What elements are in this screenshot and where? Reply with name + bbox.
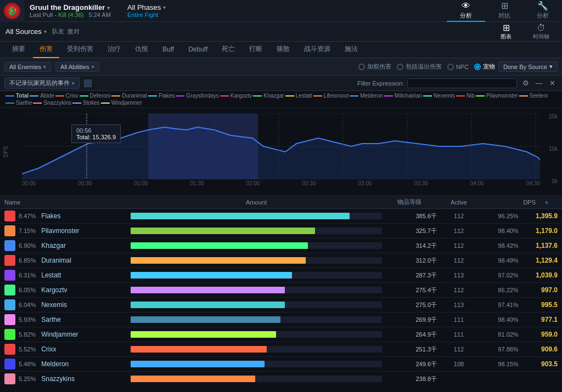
row-player-name[interactable]: Snazzykins: [41, 375, 75, 383]
row-name-cell: 5.93% Sarthe: [4, 314, 131, 325]
phase-selector[interactable]: All Phases ▾ Entire Fight: [116, 3, 177, 18]
abilities-dropdown[interactable]: All Abilities ▾: [55, 62, 99, 72]
enemies-dropdown[interactable]: All Enemies ▾: [4, 62, 51, 72]
col-active[interactable]: Active: [437, 199, 481, 206]
tab-damage-taken[interactable]: 受到伤害: [60, 42, 100, 58]
row-player-name[interactable]: Flakes: [41, 212, 60, 220]
row-player-name[interactable]: Melderon: [41, 360, 69, 368]
tab-dispel[interactable]: 驱散: [270, 42, 296, 58]
legend-item[interactable]: Lifeismoot: [313, 93, 349, 99]
tab-healing[interactable]: 治疗: [101, 42, 127, 58]
tab-resources[interactable]: 战斗资源: [297, 42, 337, 58]
table-row[interactable]: 7.15% Pilavmonster 325.7千 112 98.40% 1,1…: [0, 224, 562, 238]
legend-item[interactable]: Khazgar: [253, 93, 284, 99]
table-row[interactable]: 6.31% Lestatt 287.3千 113 97.02% 1,039.9: [0, 268, 562, 283]
table-row[interactable]: 5.93% Sarthe 269.9千 111 98.40% 977.1: [0, 313, 562, 327]
top-nav-right: 👁 分析 ⊞ 对比 🔧 分析: [447, 0, 562, 22]
filter-expr-input[interactable]: [407, 78, 517, 88]
done-source-button[interactable]: Done By Source ▾: [498, 61, 558, 72]
legend-item[interactable]: Total: [5, 93, 29, 99]
npc-option[interactable]: NPC: [447, 64, 469, 70]
table-row[interactable]: 6.90% Khazgar 314.2千 112 98.42% 1,137.6: [0, 238, 562, 253]
legend-item[interactable]: Flakes: [148, 93, 175, 99]
overflow-radio[interactable]: [397, 64, 403, 70]
chart-view-btn[interactable]: ⊞ 图表: [491, 22, 521, 42]
table-row[interactable]: 5.25% Snazzykins 238.8千: [0, 372, 562, 384]
legend-item[interactable]: Nib: [456, 93, 475, 99]
legend-item[interactable]: Windjammer: [101, 100, 142, 106]
col-dps[interactable]: DPS: [481, 199, 536, 206]
pet-option[interactable]: 宠物: [474, 63, 495, 71]
settings-icon[interactable]: ⚙: [520, 78, 531, 89]
minimize-icon[interactable]: —: [533, 78, 544, 89]
legend-item[interactable]: Duranimal: [111, 93, 147, 99]
table-row[interactable]: 6.85% Duranimal 312.0千 112 98.49% 1,129.…: [0, 253, 562, 268]
svg-point-12: [85, 128, 89, 132]
table-row[interactable]: 5.82% Windjammer 264.9千 111 81.02% 959.0: [0, 327, 562, 342]
table-row[interactable]: 6.05% Kargoztv 275.4千 112 86.22% 997.0: [0, 283, 562, 298]
row-player-name[interactable]: Windjammer: [41, 331, 78, 338]
row-player-name[interactable]: Sarthe: [41, 316, 60, 323]
row-pct: 5.93%: [19, 316, 36, 323]
row-player-name[interactable]: Kargoztv: [41, 286, 67, 294]
table-row[interactable]: 8.47% Flakes 385.6千 112 96.25% 1,395.9: [0, 209, 562, 224]
legend-item[interactable]: Kargoztv: [220, 93, 252, 99]
close-icon[interactable]: ✕: [547, 78, 558, 89]
legend-item[interactable]: Snazzykins: [33, 100, 71, 106]
legend-item[interactable]: Stokes: [72, 100, 100, 106]
legend-item[interactable]: Seelerx: [519, 93, 548, 99]
legend-item[interactable]: Milichairian: [384, 93, 422, 99]
row-player-name[interactable]: Crixx: [41, 345, 56, 353]
tab-buff[interactable]: Buff: [156, 42, 181, 58]
row-name-cell: 6.05% Kargoztv: [4, 285, 131, 296]
tab-cast[interactable]: 施法: [338, 42, 364, 58]
tab-summary[interactable]: 摘要: [5, 42, 32, 58]
legend-item[interactable]: Abide: [30, 93, 54, 99]
boss-dropdown-arrow[interactable]: ▾: [107, 5, 110, 11]
row-bar-container: [131, 242, 382, 249]
row-player-name[interactable]: Nexemis: [41, 301, 67, 309]
legend-item[interactable]: Lestatt: [285, 93, 312, 99]
npc-radio[interactable]: [447, 64, 454, 70]
dps-chart: DPS 20k 10k 0k 00:56 Total: 15,326.9 00:…: [0, 108, 562, 196]
tab-debuff[interactable]: Debuff: [182, 42, 214, 58]
row-avatar: [4, 211, 15, 221]
tab-interrupt[interactable]: 打断: [243, 42, 269, 58]
legend-item[interactable]: Nexemis: [423, 93, 455, 99]
event-dropdown[interactable]: 不记录玩家死后的事件 ▾: [4, 77, 80, 89]
legend-item[interactable]: Graysfordays: [176, 93, 218, 99]
table-row[interactable]: 5.48% Melderon 249.6千 108 98.15% 903.5: [0, 357, 562, 372]
grid-icon: ⊞: [501, 1, 508, 11]
legend-item[interactable]: Crixx: [55, 93, 78, 99]
nav-btn-analyze2[interactable]: 🔧 分析: [524, 0, 562, 22]
row-dps: 1,129.4: [536, 257, 558, 264]
tab-damage[interactable]: 伤害: [33, 42, 59, 58]
tab-threat[interactable]: 仇恨: [128, 42, 155, 58]
row-ilvl: 111: [437, 316, 481, 323]
table-row[interactable]: 5.52% Crixx 251.3千 112 97.86% 909.6: [0, 342, 562, 357]
row-player-name[interactable]: Pilavmonster: [41, 227, 79, 235]
legend-item[interactable]: Pilavmonster: [476, 93, 518, 99]
weighted-dmg-option[interactable]: 加权伤害: [358, 63, 391, 71]
row-player-name[interactable]: Khazgar: [41, 242, 66, 249]
tab-death[interactable]: 死亡: [215, 42, 241, 58]
row-player-name[interactable]: Duranimal: [41, 257, 71, 264]
sources-selector[interactable]: All Sources ▾ 队友 敌对: [5, 27, 80, 36]
filter-options: 加权伤害 包括溢出伤害 NPC 宠物 Done By Source ▾: [358, 61, 558, 72]
event-checkbox[interactable]: [84, 79, 92, 87]
legend-item[interactable]: Melderon: [350, 93, 383, 99]
legend-item[interactable]: Sarthe: [5, 100, 32, 106]
nav-btn-analyze1[interactable]: 👁 分析: [447, 0, 485, 22]
timeline-view-btn[interactable]: ⏱ 时间轴: [526, 22, 557, 42]
row-pct: 7.15%: [19, 228, 36, 234]
col-ilvl[interactable]: 物品等级: [382, 198, 437, 206]
nav-btn-compare[interactable]: ⊞ 对比: [485, 0, 524, 22]
pet-radio[interactable]: [474, 64, 481, 70]
row-player-name[interactable]: Lestatt: [41, 271, 61, 279]
col-name[interactable]: Name: [4, 199, 131, 206]
legend-item[interactable]: Deferoni: [80, 93, 111, 99]
table-row[interactable]: 6.04% Nexemis 275.0千 113 97.41% 995.5: [0, 298, 562, 313]
overflow-option[interactable]: 包括溢出伤害: [397, 63, 442, 71]
weighted-dmg-radio[interactable]: [358, 64, 365, 70]
col-amount[interactable]: Amount: [131, 199, 382, 206]
